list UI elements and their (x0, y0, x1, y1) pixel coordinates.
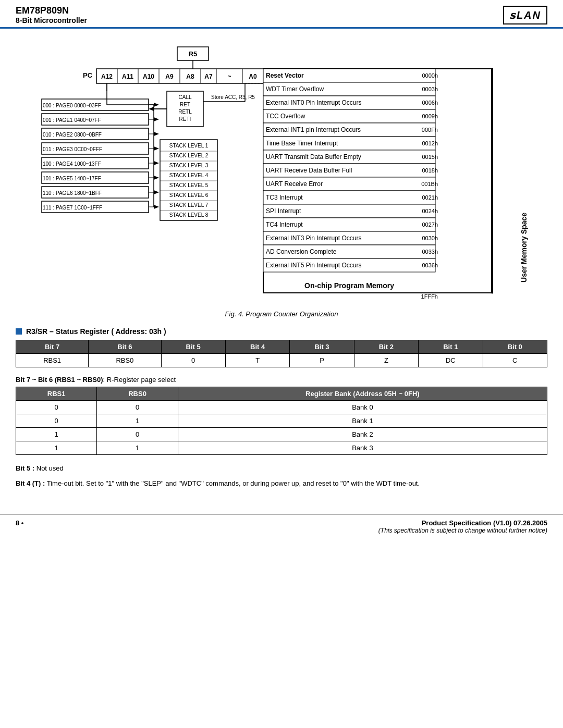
svg-text:010 : PAGE2  0800~0BFF: 010 : PAGE2 0800~0BFF (43, 132, 102, 138)
svg-text:0018h: 0018h (422, 167, 438, 174)
reg-table-header-row: RBS1 RBS0 Register Bank (Address 05H ~ 0… (16, 387, 547, 401)
bit7-value: RBS1 (16, 354, 89, 367)
svg-text:110 : PAGE6  1800~1BFF: 110 : PAGE6 1800~1BFF (43, 190, 102, 196)
section1-heading: R3/SR – Status Register ( Address: 03h ) (16, 327, 547, 336)
svg-text:0021h: 0021h (422, 194, 438, 201)
rbs1-3: 1 (16, 441, 97, 455)
svg-text:STACK LEVEL 3: STACK LEVEL 3 (169, 163, 209, 168)
svg-text:R5: R5 (189, 50, 198, 58)
svg-text:001Bh: 001Bh (421, 181, 438, 187)
bank-1: Bank 1 (178, 414, 547, 428)
svg-marker-63 (154, 205, 159, 209)
reg-bank-table: RBS1 RBS0 Register Bank (Address 05H ~ 0… (16, 387, 547, 455)
svg-marker-55 (154, 176, 159, 180)
svg-text:STACK LEVEL 8: STACK LEVEL 8 (169, 212, 209, 218)
svg-text:0033h: 0033h (422, 249, 438, 255)
svg-marker-51 (154, 161, 159, 165)
svg-text:Store ACC, R3, R5: Store ACC, R3, R5 (211, 94, 255, 100)
bit5-text: Not used (36, 464, 64, 472)
bit6-header: Bit 6 (89, 340, 161, 354)
svg-text:User Memory Space: User Memory Space (520, 213, 528, 282)
svg-text:STACK LEVEL 1: STACK LEVEL 1 (169, 143, 209, 149)
svg-text:A9: A9 (165, 73, 174, 80)
rbs1-header: RBS1 (16, 387, 97, 401)
bit-table-value-row: RBS1 RBS0 0 T P Z DC C (16, 354, 547, 367)
bit5-header: Bit 5 (161, 340, 225, 354)
bit2-value: Z (354, 354, 418, 367)
svg-text:101 : PAGE5  1400~17FF: 101 : PAGE5 1400~17FF (43, 176, 101, 181)
reg-bank-header: Register Bank (Address 05H ~ 0FH) (178, 387, 547, 401)
diagram-wrapper: R5 PC A12 A11 A10 A9 A8 A7 (26, 39, 537, 305)
bank-3: Bank 3 (178, 441, 547, 455)
svg-text:RETL: RETL (178, 109, 192, 115)
svg-text:SPI Interrupt: SPI Interrupt (266, 207, 301, 215)
svg-text:UART Transmit Data Buffer Empt: UART Transmit Data Buffer Empty (266, 153, 361, 161)
section2-subtitle: Bit 7 ~ Bit 6 (RBS1 ~ RBS0): R-Register … (16, 376, 547, 384)
svg-text:0036h: 0036h (422, 262, 438, 268)
bit1-value: DC (419, 354, 483, 367)
company-logo: 𝘀LAN (503, 6, 547, 24)
bit1-header: Bit 1 (419, 340, 483, 354)
svg-rect-66 (160, 140, 217, 220)
svg-text:A0: A0 (249, 73, 257, 80)
rbs0-3: 1 (97, 441, 178, 455)
bit3-header: Bit 3 (290, 340, 354, 354)
svg-text:0006h: 0006h (422, 100, 438, 106)
svg-text:000 : PAGE0  0000~03FF: 000 : PAGE0 0000~03FF (43, 103, 101, 108)
model-subtitle: 8-Bit Microcontroller (16, 16, 87, 24)
footer-right: Product Specification (V1.0) 07.26.2005 … (378, 519, 547, 534)
section2-subtitle-prefix: Bit 7 ~ Bit 6 (RBS1 ~ RBS0) (16, 376, 103, 384)
svg-text:RET: RET (180, 102, 190, 107)
svg-text:0024h: 0024h (422, 208, 438, 214)
model-name: EM78P809N (16, 5, 87, 16)
svg-text:STACK LEVEL 6: STACK LEVEL 6 (169, 192, 209, 198)
rbs1-2: 1 (16, 428, 97, 441)
bit3-value: P (290, 354, 354, 367)
section-bullet (16, 328, 22, 335)
svg-text:External INT3 Pin Interrupt Oc: External INT3 Pin Interrupt Occurs (266, 235, 361, 242)
bit5-value: 0 (161, 354, 225, 367)
section2-subtitle-suffix: : R-Register page select (103, 376, 176, 384)
bit6-value: RBS0 (89, 354, 161, 367)
svg-marker-27 (149, 107, 154, 111)
svg-text:RETI: RETI (179, 116, 191, 122)
bit4-value: T (225, 354, 289, 367)
svg-marker-47 (154, 146, 159, 151)
svg-text:UART Receive Data Buffer Full: UART Receive Data Buffer Full (266, 167, 352, 174)
svg-text:001 : PAGE1  0400~07FF: 001 : PAGE1 0400~07FF (43, 117, 101, 123)
main-content: R5 PC A12 A11 A10 A9 A8 A7 (0, 29, 563, 504)
svg-text:A12: A12 (101, 73, 113, 80)
header-title: EM78P809N 8-Bit Microcontroller (16, 5, 87, 24)
svg-text:UART Receive Error: UART Receive Error (266, 180, 323, 188)
svg-text:~: ~ (227, 73, 231, 80)
svg-text:0015h: 0015h (422, 154, 438, 160)
svg-text:AD Conversion Complete: AD Conversion Complete (266, 248, 337, 255)
svg-text:TC3 Interrupt: TC3 Interrupt (266, 194, 303, 201)
page-number: 8 • (16, 519, 23, 527)
rbs1-1: 0 (16, 414, 97, 428)
svg-marker-39 (154, 117, 159, 121)
svg-text:External INT5 Pin Interrupt Oc: External INT5 Pin Interrupt Occurs (266, 262, 361, 269)
bit5-label: Bit 5 : (16, 464, 34, 472)
svg-text:TCC Overflow: TCC Overflow (266, 113, 305, 120)
svg-text:0000h: 0000h (422, 72, 438, 79)
figure-caption: Fig. 4. Program Counter Organization (16, 310, 547, 318)
svg-text:000Fh: 000Fh (422, 127, 438, 133)
svg-text:0012h: 0012h (422, 140, 438, 146)
rbs0-header: RBS0 (97, 387, 178, 401)
svg-text:WDT Timer Overflow: WDT Timer Overflow (266, 85, 324, 93)
svg-text:0003h: 0003h (422, 86, 438, 92)
rbs0-2: 0 (97, 428, 178, 441)
svg-text:0030h: 0030h (422, 235, 438, 241)
svg-text:100 : PAGE4  1000~13FF: 100 : PAGE4 1000~13FF (43, 161, 101, 167)
bank-2: Bank 2 (178, 428, 547, 441)
svg-text:0009h: 0009h (422, 113, 438, 119)
svg-text:111 : PAGE7  1C00~1FFF: 111 : PAGE7 1C00~1FFF (43, 205, 102, 211)
bit4-text: Time-out bit. Set to "1" with the "SLEP"… (47, 479, 420, 487)
svg-text:STACK LEVEL 2: STACK LEVEL 2 (169, 153, 209, 158)
svg-text:STACK LEVEL 5: STACK LEVEL 5 (169, 182, 209, 188)
product-spec: Product Specification (V1.0) 07.26.2005 (378, 519, 547, 527)
svg-text:A11: A11 (122, 73, 133, 80)
svg-text:STACK LEVEL 7: STACK LEVEL 7 (169, 202, 209, 208)
bit0-header: Bit 0 (483, 340, 547, 354)
